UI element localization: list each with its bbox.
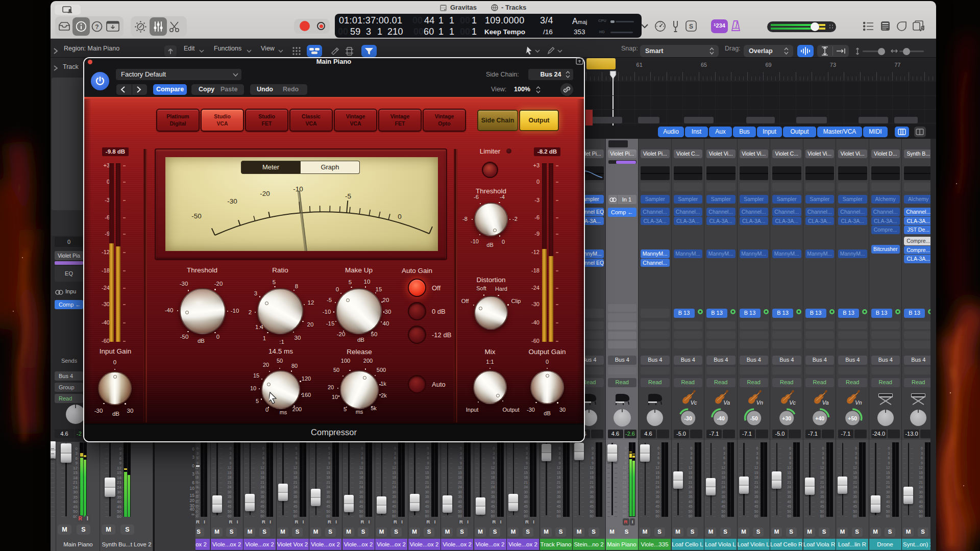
svg-text:+30: +30 (782, 415, 791, 421)
svg-text:+40: +40 (815, 415, 824, 421)
svg-text:+50: +50 (848, 415, 857, 421)
svg-text:-40: -40 (717, 415, 725, 421)
svg-text:S: S (689, 23, 693, 30)
svg-text:-30: -30 (684, 415, 692, 421)
svg-text:?: ? (95, 23, 99, 31)
svg-text:-50: -50 (750, 415, 757, 421)
